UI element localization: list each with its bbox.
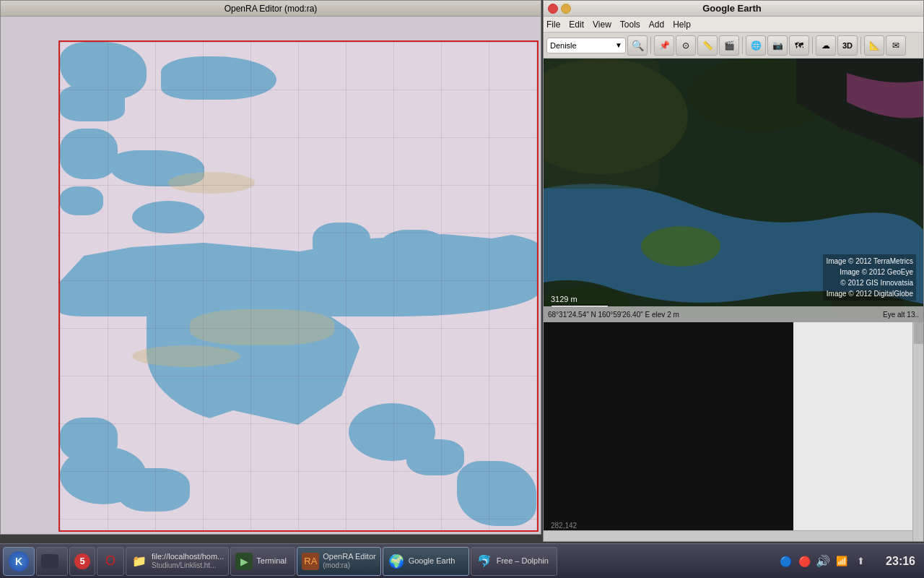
tb-openra-text: OpenRA Editor (mod:ra) [323,552,375,570]
ge-menu-edit[interactable]: Edit [569,20,584,30]
ge-search-btn[interactable]: 🔍 [627,35,648,56]
system-tray: 🔵 🔴 🔊 📶 ⬆ 23:16 [772,554,921,569]
tb-notification[interactable]: 5 [69,547,95,576]
tb-fm-sub: Studium/Linklist.ht... [152,561,224,570]
ge-credit-1: Image © 2012 TerraMetrics [826,256,913,267]
tray-icon-1[interactable]: 🔵 [778,554,793,569]
ge-polygon-btn[interactable]: ⊙ [676,35,696,56]
openra-title: OpenRA Editor (mod:ra) [225,4,318,14]
ge-scrollbar-vertical[interactable] [912,322,923,541]
tray-icon-4[interactable]: 📶 [834,554,849,569]
ge-sep-3 [812,37,813,54]
tb-terminal-text: Terminal [256,556,287,566]
ge-sep-2 [742,37,743,54]
ge-eye-alt: Eye alt 13.. [883,311,919,319]
ge-minimize-btn[interactable] [561,4,571,14]
tb-term-name: Terminal [256,556,287,566]
ge-placemark-btn[interactable]: 📌 [654,35,674,56]
ge-taskbar-icon: 🌍 [388,553,405,570]
ge-scale-text: 3129 m [551,295,578,303]
ge-3d-btn[interactable]: 3D [837,35,858,56]
ge-ruler-btn[interactable]: 📐 [864,35,884,56]
tb-openra-sub: (mod:ra) [323,561,375,570]
ge-credit-4: Image © 2012 DigitalGlobe [826,288,913,299]
ge-credit-2: Image © 2012 GeoEye [826,267,913,277]
terminal-icon: ▶ [235,553,253,570]
ge-coords: 68°31'24.54" N 160°59'26.40" E elev 2 m [548,311,679,319]
taskbar-clock: 23:16 [872,555,915,568]
ge-dropdown-icon[interactable]: ▼ [615,41,622,49]
map-canvas[interactable] [58,40,539,532]
ge-lower-white [793,322,923,541]
tb-free-dolphin[interactable]: 🐬 Free – Dolphin [471,547,557,576]
ge-lower-coords: 282,142 [551,522,577,530]
tb-terminal[interactable]: ▶ Terminal [230,547,295,576]
pager-icon [41,554,58,569]
ge-scrollbar-thumb[interactable] [914,322,923,344]
ge-title: Google Earth [702,3,762,14]
ge-titlebar: Google Earth [544,1,923,17]
ge-sky-btn[interactable]: ☁ [816,35,836,56]
ge-sep-1 [650,37,651,54]
tb-file-manager[interactable]: 📁 file://localhost/hom... Studium/Linkli… [126,547,229,576]
ge-email-btn[interactable]: ✉ [886,35,906,56]
kde-logo-icon: K [9,551,29,571]
ge-menu-help[interactable]: Help [673,20,691,30]
tray-icon-2[interactable]: 🔴 [797,554,811,569]
tb-ge-text: Google Earth [409,556,456,566]
ge-menu-tools[interactable]: Tools [620,20,640,30]
tray-icon-5[interactable]: ⬆ [853,554,868,569]
dolphin-icon: 🐬 [476,553,493,570]
ge-tour-btn[interactable]: 🎬 [719,35,739,56]
tb-opera-browser[interactable]: O [97,547,124,576]
ge-sep-4 [860,37,861,54]
ge-location-value: Denisle [550,41,577,50]
ge-lower-panel: 282,142 [544,322,923,541]
tb-dolphin-text: Free – Dolphin [497,556,549,566]
tb-fm-name: file://localhost/hom... [152,552,224,561]
google-earth-window: Google Earth File Edit View Tools Add He… [543,0,924,542]
ge-image-credits: Image © 2012 TerraMetrics Image © 2012 G… [823,254,916,301]
ge-menubar: File Edit View Tools Add Help [544,17,923,33]
svg-point-3 [641,226,720,267]
ge-scrollbar-horizontal[interactable] [544,530,912,541]
file-manager-icon: 📁 [131,553,148,570]
ge-menu-add[interactable]: Add [649,20,664,30]
tb-openra-editor[interactable]: RA OpenRA Editor (mod:ra) [297,547,380,576]
tb-openra-name: OpenRA Editor [323,552,375,561]
ge-window-controls [548,4,571,14]
ge-location-input[interactable]: Denisle ▼ [546,38,626,53]
ge-menu-file[interactable]: File [546,20,560,30]
ge-status-coords: 68°31'24.54" N 160°59'26.40" E elev 2 m … [544,306,923,322]
tb-ge-name: Google Earth [409,556,456,566]
openra-editor-window: OpenRA Editor (mod:ra) [0,0,541,535]
opera-icon: O [102,553,119,570]
tb-dolphin-name: Free – Dolphin [497,556,549,566]
taskbar: K 5 O 📁 file://localhost/hom... Studium/… [0,543,924,578]
ge-path-btn[interactable]: 📏 [697,35,718,56]
ge-menu-view[interactable]: View [593,20,611,30]
ge-close-btn[interactable] [548,4,558,14]
ge-toolbar: Denisle ▼ 🔍 📌 ⊙ 📏 🎬 🌐 📷 🗺 ☁ 3D 📐 ✉ [544,33,923,59]
ge-photo-btn[interactable]: 📷 [767,35,788,56]
tb-file-manager-text: file://localhost/hom... Studium/Linklist… [152,552,224,570]
ge-credit-3: © 2012 GIS Innovatsia [826,277,913,288]
kde-menu-button[interactable]: K [3,547,35,576]
openra-titlebar: OpenRA Editor (mod:ra) [1,1,541,17]
svg-rect-4 [544,59,659,189]
tb-google-earth[interactable]: 🌍 Google Earth [383,547,469,576]
openra-icon: RA [302,553,319,570]
ge-layers-btn[interactable]: 🌐 [746,35,766,56]
ge-roads-btn[interactable]: 🗺 [789,35,809,56]
tray-icon-3[interactable]: 🔊 [816,554,830,569]
ge-sat-image: Image © 2012 TerraMetrics Image © 2012 G… [544,59,923,322]
ge-satellite-view[interactable]: Image © 2012 TerraMetrics Image © 2012 G… [544,59,923,322]
tb-pager[interactable] [36,547,68,576]
notification-icon: 5 [74,553,90,569]
map-grid [60,42,537,530]
